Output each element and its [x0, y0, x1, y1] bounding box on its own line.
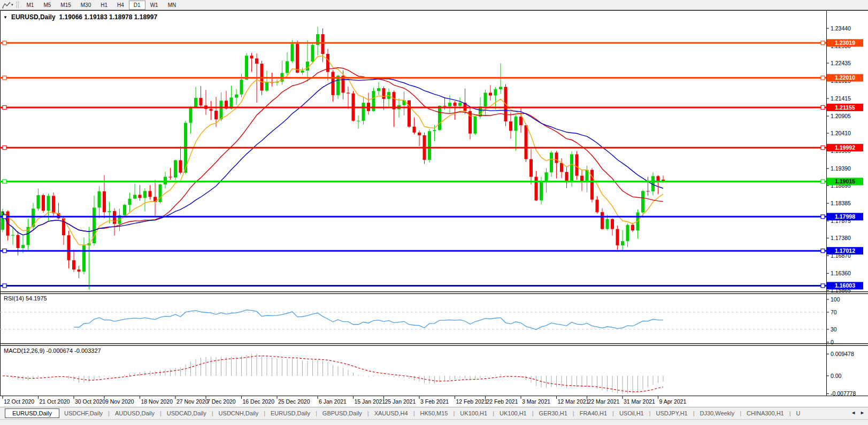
horizontal-lines-layer[interactable]: 1.230191.220101.211551.199921.190151.179…: [0, 39, 863, 289]
svg-text:0.00: 0.00: [831, 373, 842, 379]
candles-layer: [1, 27, 665, 289]
line-handle: [3, 249, 6, 253]
chart-tab-hk50-m15[interactable]: HK50,M15: [416, 408, 453, 418]
svg-text:31 Mar 2021: 31 Mar 2021: [624, 398, 655, 405]
rsi-panel: 10070300: [0, 296, 840, 345]
timeframe-button-M30[interactable]: M30: [76, 1, 96, 10]
line-handle: [821, 284, 825, 288]
line-handle: [3, 284, 6, 288]
svg-text:25 Jan 2021: 25 Jan 2021: [385, 398, 416, 405]
chart-tab-xauusd-h4[interactable]: XAUUSD,H4: [370, 408, 413, 418]
tab-scroll-right-icon[interactable]: ►: [860, 410, 865, 415]
tool-dropdown-caret-icon[interactable]: ▾: [11, 3, 13, 7]
macd-indicator-label: MACD(12,26,9) -0.000674 -0.003327: [4, 347, 101, 354]
chart-tab-usdjpy-h1[interactable]: USDJPY,H1: [651, 408, 693, 418]
line-handle: [3, 180, 6, 183]
chart-tab-dj30-weekly[interactable]: DJ30,Weekly: [695, 408, 740, 418]
chart-tab-u[interactable]: U: [792, 408, 805, 418]
svg-text:3 Mar 2021: 3 Mar 2021: [522, 398, 550, 405]
svg-text:1.19992: 1.19992: [835, 144, 855, 151]
chart-tab-eurusd-daily[interactable]: EURUSD,Daily: [266, 408, 315, 418]
svg-text:15 Jan 2021: 15 Jan 2021: [355, 398, 386, 405]
svg-text:22 Mar 2021: 22 Mar 2021: [588, 398, 620, 405]
price-chart-svg[interactable]: 1.234401.229301.224351.219251.214151.209…: [0, 0, 868, 425]
svg-text:27 Nov 2020: 27 Nov 2020: [176, 398, 209, 405]
timeframe-button-M15[interactable]: M15: [56, 1, 75, 10]
svg-text:1.22435: 1.22435: [831, 60, 851, 66]
svg-text:16 Dec 2020: 16 Dec 2020: [243, 398, 275, 405]
svg-text:1.17998: 1.17998: [835, 213, 855, 220]
tab-scroll-nav: ◄ ►: [847, 407, 868, 418]
chart-symbol-label: EURUSD,Daily: [11, 13, 56, 21]
svg-text:-0.007778: -0.007778: [831, 390, 856, 397]
svg-text:1.19390: 1.19390: [831, 165, 851, 172]
chart-tab-gbpusd-daily[interactable]: GBPUSD,Daily: [318, 408, 367, 418]
chart-tab-uk100-h1[interactable]: UK100,H1: [495, 408, 532, 418]
svg-text:22 Feb 2021: 22 Feb 2021: [487, 398, 518, 405]
rsi-indicator-label: RSI(14) 54.1975: [4, 295, 47, 302]
chart-tab-usdcnh-daily[interactable]: USDCNH,Daily: [214, 408, 264, 418]
chart-title: ▼ EURUSD,Daily 1.19066 1.19183 1.18978 1…: [3, 13, 157, 21]
svg-text:9 Nov 2020: 9 Nov 2020: [105, 398, 134, 405]
svg-text:7 Dec 2020: 7 Dec 2020: [207, 398, 236, 405]
svg-text:25 Dec 2020: 25 Dec 2020: [278, 398, 310, 405]
chart-tab-eurusd-daily[interactable]: EURUSD,Daily: [5, 408, 59, 418]
chart-tab-usdchf-daily[interactable]: USDCHF,Daily: [59, 408, 107, 418]
svg-text:18 Nov 2020: 18 Nov 2020: [141, 398, 173, 405]
date-axis: 12 Oct 202021 Oct 202030 Oct 20209 Nov 2…: [3, 396, 686, 405]
svg-text:1.21155: 1.21155: [835, 104, 855, 111]
svg-text:1.16003: 1.16003: [835, 282, 855, 289]
line-handle: [821, 41, 825, 45]
chart-tab-bar: EURUSD,DailyUSDCHF,Daily|AUDUSD,Daily|US…: [0, 407, 868, 419]
svg-text:6 Jan 2021: 6 Jan 2021: [319, 398, 347, 405]
chart-tab-usoil-h1[interactable]: USOil,H1: [614, 408, 649, 418]
toolbar-grip[interactable]: [17, 2, 19, 8]
status-bar: [0, 419, 868, 425]
timeframe-button-D1[interactable]: D1: [129, 1, 145, 10]
svg-text:21 Oct 2020: 21 Oct 2020: [40, 398, 70, 405]
svg-text:12 Feb 2021: 12 Feb 2021: [456, 398, 488, 405]
chart-tab-usdcad-daily[interactable]: USDCAD,Daily: [162, 408, 211, 418]
svg-text:1.16360: 1.16360: [831, 270, 851, 276]
chart-menu-icon[interactable]: ▼: [3, 15, 7, 20]
chart-tab-fra40-h1[interactable]: FRA40,H1: [575, 408, 612, 418]
timeframe-button-M5[interactable]: M5: [39, 1, 56, 10]
chart-tab-china300-h1[interactable]: CHINA300,H1: [742, 408, 789, 418]
line-handle: [3, 76, 6, 80]
line-handle: [821, 105, 825, 109]
line-handle: [821, 249, 825, 253]
timeframe-button-W1[interactable]: W1: [145, 1, 163, 10]
top-toolbar: ▾ M1M5M15M30H1H4D1W1MN: [0, 0, 868, 10]
line-handle: [3, 215, 6, 219]
svg-text:1.23019: 1.23019: [835, 40, 855, 46]
svg-text:3 Feb 2021: 3 Feb 2021: [420, 398, 449, 405]
svg-text:1.17012: 1.17012: [835, 248, 855, 254]
timeframe-button-H1[interactable]: H1: [96, 1, 112, 10]
timeframe-button-MN[interactable]: MN: [163, 1, 181, 10]
tab-scroll-left-icon[interactable]: ◄: [851, 410, 856, 415]
svg-text:100: 100: [831, 296, 840, 303]
svg-text:0.009478: 0.009478: [831, 351, 854, 357]
timeframe-button-M1[interactable]: M1: [22, 1, 39, 10]
line-handle: [3, 146, 6, 150]
line-studies-icon[interactable]: [2, 1, 11, 9]
svg-text:0: 0: [831, 339, 834, 345]
chart-tab-ger30-h1[interactable]: GER30,H1: [534, 408, 572, 418]
svg-text:30: 30: [831, 326, 837, 333]
macd-panel: 0.0094780.00-0.007778: [3, 351, 856, 397]
chart-ohlc-values: 1.19066 1.19183 1.18978 1.18997: [59, 13, 158, 21]
line-handle: [821, 180, 825, 183]
line-handle: [821, 146, 825, 150]
mt4-window: ▾ M1M5M15M30H1H4D1W1MN 1.234401.229301.2…: [0, 0, 868, 425]
timeframe-button-H4[interactable]: H4: [112, 1, 129, 10]
svg-text:1.19015: 1.19015: [835, 178, 855, 184]
svg-text:1.21415: 1.21415: [831, 95, 851, 102]
svg-text:1.22010: 1.22010: [835, 74, 855, 81]
chart-tab-uk100-h1[interactable]: UK100,H1: [455, 408, 492, 418]
line-handle: [3, 105, 6, 109]
svg-text:12 Mar 2021: 12 Mar 2021: [558, 398, 589, 405]
timeframe-button-group: M1M5M15M30H1H4D1W1MN: [22, 1, 181, 10]
chart-tab-audusd-daily[interactable]: AUDUSD,Daily: [110, 408, 159, 418]
line-handle: [821, 76, 825, 80]
rsi-line: [74, 310, 663, 330]
